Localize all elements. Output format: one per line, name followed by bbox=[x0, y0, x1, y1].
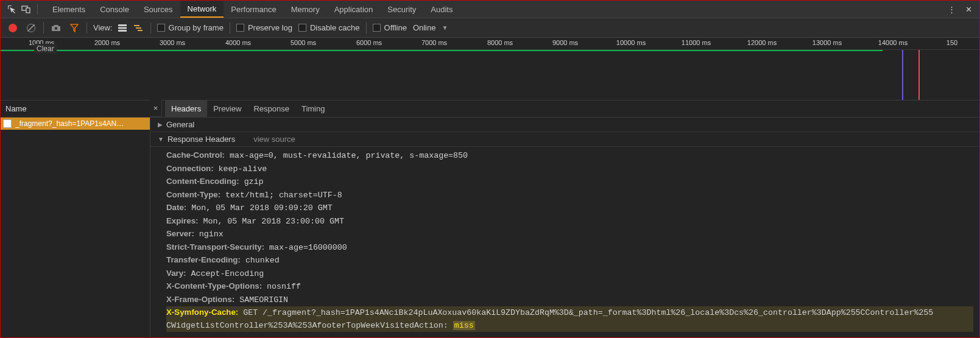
svg-rect-1 bbox=[26, 8, 30, 13]
request-name: _fragment?_hash=1PAP1s4AN… bbox=[15, 119, 124, 128]
timeline-tick: 2000 ms bbox=[94, 39, 120, 46]
inspect-icon[interactable] bbox=[4, 2, 19, 16]
header-row: Transfer-Encoding: chunked bbox=[166, 254, 973, 267]
detail-tab-response[interactable]: Response bbox=[247, 100, 295, 117]
document-icon bbox=[3, 119, 12, 128]
load-marker bbox=[918, 50, 920, 100]
general-section[interactable]: ▶ General bbox=[150, 118, 979, 132]
header-row: Content-Encoding: gzip bbox=[166, 175, 973, 189]
waterfall-icon[interactable] bbox=[132, 22, 144, 34]
large-rows-icon[interactable] bbox=[116, 22, 129, 34]
disable-cache-checkbox[interactable]: Disable cache bbox=[298, 23, 360, 32]
svg-rect-3 bbox=[118, 24, 127, 26]
detail-tab-headers[interactable]: Headers bbox=[165, 100, 207, 117]
throttling-select[interactable]: Online ▼ bbox=[413, 23, 448, 32]
svg-rect-5 bbox=[118, 30, 127, 32]
detail-tab-preview[interactable]: Preview bbox=[207, 100, 247, 117]
panel-tabs: ElementsConsoleSourcesNetworkPerformance… bbox=[45, 1, 460, 18]
detail-tab-timing[interactable]: Timing bbox=[295, 100, 331, 117]
close-detail-icon[interactable]: × bbox=[150, 100, 162, 117]
tab-performance[interactable]: Performance bbox=[224, 1, 283, 18]
timeline-tick: 4000 ms bbox=[225, 39, 251, 46]
tab-console[interactable]: Console bbox=[93, 1, 136, 18]
timeline-tick: 6000 ms bbox=[356, 39, 382, 46]
devtools-tabstrip: ElementsConsoleSourcesNetworkPerformance… bbox=[1, 1, 979, 18]
header-row: Strict-Transport-Security: max-age=16000… bbox=[166, 241, 973, 255]
domcontentloaded-marker bbox=[902, 50, 903, 100]
header-row-highlight: X-Symfony-Cache: GET /_fragment?_hash=1P… bbox=[166, 306, 973, 320]
timeline-tick: 13000 ms bbox=[813, 39, 842, 46]
header-row: Expires: Mon, 05 Mar 2018 23:00:00 GMT bbox=[166, 215, 973, 228]
header-row: Cache-Control: max-age=0, must-revalidat… bbox=[166, 149, 973, 163]
tab-sources[interactable]: Sources bbox=[136, 1, 180, 18]
timeline-tick: 10000 ms bbox=[616, 39, 646, 46]
tab-memory[interactable]: Memory bbox=[284, 1, 327, 18]
svg-rect-4 bbox=[118, 27, 127, 29]
response-headers-section[interactable]: ▼ Response Headers view source bbox=[150, 132, 979, 147]
view-label: View: bbox=[93, 23, 113, 32]
timeline-tick: 8000 ms bbox=[487, 39, 513, 46]
chevron-down-icon: ▼ bbox=[442, 24, 448, 31]
clear-button[interactable] bbox=[25, 22, 37, 34]
tab-security[interactable]: Security bbox=[380, 1, 423, 18]
group-by-frame-checkbox[interactable]: Group by frame bbox=[157, 23, 224, 32]
svg-rect-7 bbox=[136, 27, 141, 29]
offline-checkbox[interactable]: Offline bbox=[373, 23, 407, 32]
filter-icon[interactable] bbox=[68, 22, 80, 34]
disclosure-down-icon: ▼ bbox=[158, 136, 164, 143]
request-list: Name _fragment?_hash=1PAP1s4AN… bbox=[1, 100, 150, 337]
device-toolbar-icon[interactable] bbox=[19, 2, 33, 16]
detail-tabs: HeadersPreviewResponseTiming bbox=[150, 100, 979, 118]
network-timeline[interactable]: 1000 ms2000 ms3000 ms4000 ms5000 ms6000 … bbox=[1, 38, 979, 100]
tab-network[interactable]: Network bbox=[180, 1, 224, 18]
view-source-link[interactable]: view source bbox=[253, 135, 295, 144]
header-row: Vary: Accept-Encoding bbox=[166, 267, 973, 281]
preserve-log-checkbox[interactable]: Preserve log bbox=[236, 23, 292, 32]
disclosure-right-icon: ▶ bbox=[158, 121, 163, 128]
timeline-tick: 7000 ms bbox=[421, 39, 447, 46]
timeline-ruler: 1000 ms2000 ms3000 ms4000 ms5000 ms6000 … bbox=[1, 38, 979, 50]
response-headers-list: Cache-Control: max-age=0, must-revalidat… bbox=[150, 147, 979, 337]
header-row: Content-Type: text/html; charset=UTF-8 bbox=[166, 189, 973, 202]
timeline-tick: 3000 ms bbox=[160, 39, 185, 46]
tab-audits[interactable]: Audits bbox=[423, 1, 460, 18]
request-detail: × HeadersPreviewResponseTiming ▶ General… bbox=[150, 100, 979, 337]
timeline-tick: 150 bbox=[947, 39, 957, 46]
timeline-tick: 5000 ms bbox=[291, 39, 316, 46]
header-row-highlight: CWidgetListController%253A%253AfooterTop… bbox=[166, 320, 973, 333]
timeline-tick: 14000 ms bbox=[878, 39, 908, 46]
timeline-tick: 12000 ms bbox=[747, 39, 777, 46]
timeline-tick: 11000 ms bbox=[682, 39, 711, 46]
header-row: Date: Mon, 05 Mar 2018 09:09:20 GMT bbox=[166, 202, 973, 215]
network-toolbar: View: Group by frame Preserve log Disabl… bbox=[1, 18, 979, 38]
clear-tooltip: Clear bbox=[34, 44, 57, 54]
header-row: X-Frame-Options: SAMEORIGIN bbox=[166, 294, 973, 307]
close-devtools-icon[interactable]: ✕ bbox=[961, 2, 976, 16]
screenshot-icon[interactable] bbox=[50, 22, 62, 34]
timeline-load-bar bbox=[1, 50, 883, 51]
header-row: X-Content-Type-Options: nosniff bbox=[166, 280, 973, 294]
tab-application[interactable]: Application bbox=[327, 1, 381, 18]
header-row: Connection: keep-alive bbox=[166, 163, 973, 176]
request-row[interactable]: _fragment?_hash=1PAP1s4AN… bbox=[1, 118, 150, 130]
network-main: Name _fragment?_hash=1PAP1s4AN… × Header… bbox=[1, 100, 979, 337]
tab-elements[interactable]: Elements bbox=[45, 1, 93, 18]
svg-rect-6 bbox=[134, 25, 139, 26]
kebab-menu-icon[interactable]: ⋮ bbox=[944, 2, 959, 16]
header-row: Server: nginx bbox=[166, 228, 973, 241]
timeline-tick: 9000 ms bbox=[552, 39, 578, 46]
record-button[interactable] bbox=[7, 22, 19, 34]
name-column-header[interactable]: Name bbox=[1, 100, 150, 118]
svg-rect-8 bbox=[138, 30, 143, 31]
svg-point-2 bbox=[55, 27, 57, 29]
